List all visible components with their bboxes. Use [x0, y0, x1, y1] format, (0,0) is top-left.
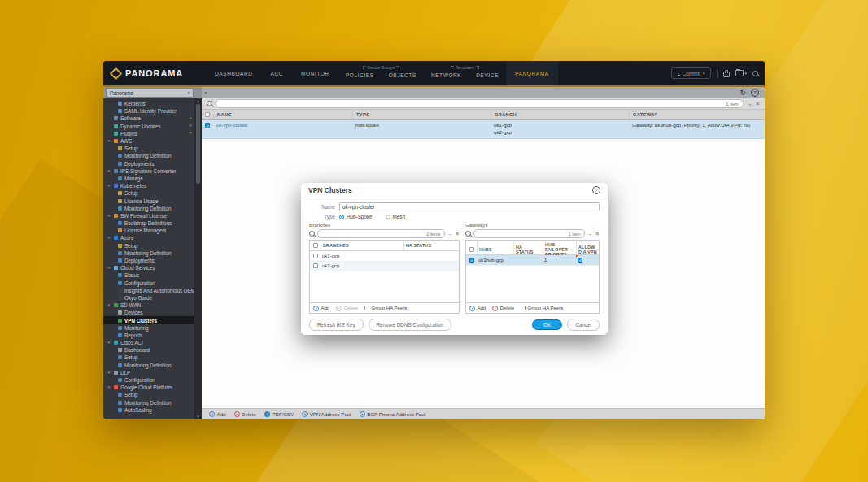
chevron-down-icon[interactable]: ▼: [107, 303, 111, 307]
sidebar-item-setup[interactable]: Setup: [103, 145, 202, 152]
refresh-icon[interactable]: ↻: [739, 89, 746, 97]
sidebar-item-monitoring[interactable]: Monitoring: [103, 324, 202, 332]
radio-hub-spoke[interactable]: Hub-Spoke: [339, 214, 373, 219]
sidebar-item-monitoring-definition[interactable]: Monitoring Definition: [103, 250, 202, 257]
group-ha-peers-checkbox[interactable]: Group HA Peers: [364, 306, 407, 310]
delete-button[interactable]: −Delete: [234, 411, 256, 417]
gateway-row[interactable]: uk3hub-gcp1: [466, 255, 599, 266]
clear-filter-icon[interactable]: ✕: [456, 231, 460, 237]
chevron-down-icon[interactable]: ▼: [107, 385, 111, 389]
sidebar-item-license-managers[interactable]: License Managers: [103, 227, 202, 234]
cancel-button[interactable]: Cancel: [567, 319, 600, 331]
sidebar-item-sd-wan[interactable]: ▼SD-WAN: [103, 302, 202, 309]
column-header-name[interactable]: NAME: [213, 110, 352, 119]
sidebar-item-google-cloud-platform[interactable]: ▼Google Cloud Platform: [103, 384, 202, 391]
sidebar-item-monitoring-definition[interactable]: Monitoring Definition: [103, 399, 202, 406]
sidebar-item-configuration[interactable]: Configuration: [103, 280, 202, 287]
expand-plus-icon[interactable]: +: [189, 116, 192, 121]
vpn-address-pool-button[interactable]: •VPN Address Pool: [302, 411, 351, 417]
sidebar-item-devices[interactable]: Devices: [103, 309, 202, 316]
chevron-down-icon[interactable]: ▼: [107, 371, 111, 375]
row-checkbox[interactable]: [466, 255, 477, 265]
gateways-search-input[interactable]: 1 item: [473, 229, 585, 238]
row-checkbox[interactable]: [202, 122, 213, 136]
scrollbar-thumb[interactable]: [196, 104, 200, 184]
sidebar-item-dashboard[interactable]: Dashboard: [103, 346, 202, 354]
cell-allow-dia-vpn[interactable]: [576, 255, 599, 265]
row-checkbox[interactable]: [310, 251, 321, 261]
sidebar-item-autoscaling[interactable]: AutoScaling: [103, 406, 202, 414]
column-header-ha-status[interactable]: HA STATUS: [403, 241, 459, 250]
nav-item-dashboard[interactable]: DASHBOARD: [206, 61, 262, 85]
refresh-ike-key-button[interactable]: Refresh IKE Key: [309, 319, 364, 331]
column-header-gateway[interactable]: GATEWAY: [629, 110, 765, 119]
add-button[interactable]: +Add: [209, 411, 226, 417]
sidebar-item-dlp[interactable]: ▼DLP: [103, 369, 202, 376]
ok-button[interactable]: OK: [532, 319, 562, 330]
collapse-sidebar-icon[interactable]: ◂: [204, 90, 207, 95]
remove-ddns-configuration-button[interactable]: Remove DDNS Configuration: [369, 319, 451, 331]
allow-dia-vpn-checkbox[interactable]: [578, 258, 582, 263]
sidebar-item-setup[interactable]: Setup: [103, 189, 202, 197]
sidebar-item-configuration[interactable]: Configuration: [103, 376, 202, 384]
column-header-branches[interactable]: BRANCHES: [321, 241, 403, 250]
nav-item-network[interactable]: NETWORK: [424, 71, 469, 83]
sidebar-item-dynamic-updates[interactable]: Dynamic Updates+: [103, 123, 202, 130]
sidebar-item-kubernetes[interactable]: ▼Kubernetes: [103, 182, 202, 189]
chevron-down-icon[interactable]: ▼: [107, 266, 111, 270]
sidebar-item-insights-and-autonomous-dem[interactable]: Insights And Autonomous DEM: [103, 287, 202, 294]
apply-filter-icon[interactable]: →: [747, 101, 752, 106]
nav-item-panorama[interactable]: PANORAMA: [506, 61, 558, 85]
sidebar-item-setup[interactable]: Setup: [103, 391, 202, 398]
apply-filter-icon[interactable]: →: [447, 231, 453, 237]
bgp-prisma-address-pool-button[interactable]: •BGP Prisma Address Pool: [360, 411, 426, 417]
delete-button[interactable]: − Delete: [492, 306, 514, 311]
chevron-down-icon[interactable]: ▼: [107, 236, 111, 240]
row-checkbox[interactable]: [310, 262, 321, 271]
commit-button[interactable]: ↓ Commit ▾: [671, 67, 712, 79]
chevron-down-icon[interactable]: ▼: [107, 341, 111, 345]
sidebar-item-license-usage[interactable]: License Usage: [103, 197, 202, 204]
nav-item-acc[interactable]: ACC: [262, 61, 293, 85]
expand-plus-icon[interactable]: +: [189, 131, 192, 136]
table-search-input[interactable]: 1 item: [216, 99, 744, 108]
nav-item-device[interactable]: DEVICE: [469, 71, 506, 83]
sidebar-item-ips-signature-converter[interactable]: ▼IPS Signature Converter: [103, 167, 202, 175]
add-button[interactable]: + Add: [313, 306, 329, 311]
branch-row[interactable]: uk1-gcp: [310, 251, 459, 262]
help-icon[interactable]: ?: [592, 186, 600, 194]
branch-row[interactable]: uk2-gcp: [310, 262, 459, 272]
clear-filter-icon[interactable]: ✕: [756, 101, 760, 106]
sidebar-item-azure[interactable]: ▼Azure: [103, 234, 202, 241]
sidebar-item-status[interactable]: Status: [103, 271, 202, 279]
column-header-type[interactable]: TYPE: [352, 110, 491, 119]
sidebar-scrollbar[interactable]: ▲ ▼: [194, 98, 202, 419]
table-row[interactable]: uk-vpn-clusterhub-spokeuk1-gcpuk2-gcpGat…: [202, 120, 765, 139]
vpn-cluster-link[interactable]: uk-vpn-cluster: [216, 122, 248, 128]
scroll-down-icon[interactable]: ▼: [196, 414, 199, 419]
sidebar-item-vpn-clusters[interactable]: VPN Clusters: [103, 316, 202, 324]
clear-filter-icon[interactable]: ✕: [595, 231, 600, 237]
sidebar-item-monitoring-definition[interactable]: Monitoring Definition: [103, 152, 202, 159]
pdf-csv-button[interactable]: ↓PDF/CSV: [264, 411, 294, 417]
sidebar-item-setup[interactable]: Setup: [103, 354, 202, 361]
scroll-up-icon[interactable]: ▲: [196, 98, 199, 104]
sidebar-item-bootstrap-definitions[interactable]: Bootstrap Definitions: [103, 219, 202, 227]
sidebar-item-okyo-garde[interactable]: Okyo Garde: [103, 294, 202, 302]
name-input[interactable]: [339, 202, 600, 211]
sidebar-item-cloud-services[interactable]: ▼Cloud Services: [103, 264, 202, 271]
sidebar-item-monitoring-definition[interactable]: Monitoring Definition: [103, 362, 202, 369]
lock-icon[interactable]: [723, 72, 730, 77]
search-icon[interactable]: [752, 71, 758, 76]
delete-button[interactable]: − Delete: [336, 306, 358, 311]
group-ha-peers-checkbox[interactable]: Group HA Peers: [521, 306, 563, 310]
chevron-down-icon[interactable]: ▼: [107, 184, 111, 188]
device-export-control[interactable]: ▾: [735, 70, 747, 76]
apply-filter-icon[interactable]: →: [587, 231, 593, 237]
select-all-checkbox[interactable]: [202, 110, 213, 119]
sidebar-item-plugins[interactable]: Plugins+: [103, 130, 202, 137]
sidebar-item-reports[interactable]: Reports: [103, 332, 202, 339]
nav-item-policies[interactable]: POLICIES: [338, 71, 382, 83]
sidebar-item-kerberos[interactable]: Kerberos: [103, 100, 202, 107]
sidebar-item-setup[interactable]: Setup: [103, 242, 202, 250]
